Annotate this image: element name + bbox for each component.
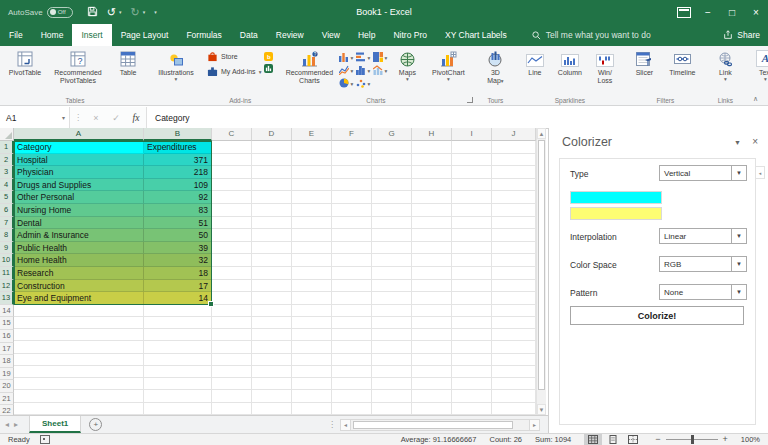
sheet-nav-right-icon[interactable]: ▸: [14, 420, 23, 429]
cell-H12[interactable]: [412, 280, 452, 293]
row-header-17[interactable]: 17: [0, 343, 14, 356]
cell-G5[interactable]: [372, 191, 412, 204]
row-header-12[interactable]: 12: [0, 280, 14, 293]
cell-H2[interactable]: [412, 154, 452, 167]
cell-B3[interactable]: 218: [144, 166, 212, 179]
row-header-1[interactable]: 1: [0, 141, 14, 154]
cell-A14[interactable]: [14, 305, 144, 317]
cell-B5[interactable]: 92: [144, 191, 212, 204]
cell-H15[interactable]: [412, 317, 452, 329]
cell-D17[interactable]: [252, 341, 292, 353]
cell-E8[interactable]: [292, 229, 332, 242]
cell-B15[interactable]: [144, 317, 212, 329]
row-header-19[interactable]: 19: [0, 368, 14, 381]
cell-D10[interactable]: [252, 254, 292, 267]
scroll-left-icon[interactable]: ◂: [340, 419, 351, 431]
cell-C3[interactable]: [212, 166, 252, 179]
cell-E4[interactable]: [292, 179, 332, 192]
cell-B10[interactable]: 32: [144, 254, 212, 267]
cell-E22[interactable]: [292, 403, 332, 415]
cell-D12[interactable]: [252, 280, 292, 293]
cell-B11[interactable]: 18: [144, 267, 212, 280]
pane-scroll-left-icon[interactable]: ◂: [755, 166, 765, 179]
cell-D16[interactable]: [252, 329, 292, 341]
cell-E7[interactable]: [292, 217, 332, 230]
formula-splitter[interactable]: ⋮: [70, 107, 86, 128]
cell-H17[interactable]: [412, 341, 452, 353]
slicer-button[interactable]: Slicer: [627, 48, 661, 78]
cell-A11[interactable]: Research: [14, 267, 144, 280]
cell-H8[interactable]: [412, 229, 452, 242]
cell-D2[interactable]: [252, 154, 292, 167]
column-header-I[interactable]: I: [452, 128, 492, 141]
cell-A17[interactable]: [14, 341, 144, 353]
cell-J9[interactable]: [492, 242, 536, 255]
cell-A22[interactable]: [14, 403, 144, 415]
cell-H22[interactable]: [412, 403, 452, 415]
zoom-level[interactable]: 100%: [741, 435, 760, 444]
cell-J5[interactable]: [492, 191, 536, 204]
cell-H18[interactable]: [412, 354, 452, 366]
cell-E9[interactable]: [292, 242, 332, 255]
cell-E1[interactable]: [292, 141, 332, 154]
cell-G3[interactable]: [372, 166, 412, 179]
cell-C7[interactable]: [212, 217, 252, 230]
undo-button[interactable]: ↺: [107, 7, 116, 18]
autosave-pill[interactable]: Off: [47, 7, 73, 18]
cell-I14[interactable]: [452, 305, 492, 317]
cell-F9[interactable]: [332, 242, 372, 255]
cell-I13[interactable]: [452, 292, 492, 305]
cell-G8[interactable]: [372, 229, 412, 242]
cell-A10[interactable]: Home Health: [14, 254, 144, 267]
cell-B9[interactable]: 39: [144, 242, 212, 255]
tab-view[interactable]: View: [313, 24, 349, 46]
cell-A6[interactable]: Nursing Home: [14, 204, 144, 217]
recommended-pivottables-button[interactable]: ? Recommended PivotTables: [45, 48, 111, 86]
vertical-scrollbar[interactable]: ▲ ▼: [536, 128, 546, 415]
cell-D1[interactable]: [252, 141, 292, 154]
sparkline-column-button[interactable]: Column: [551, 48, 588, 78]
cell-A13[interactable]: Eye and Equipment: [14, 292, 144, 305]
cell-H9[interactable]: [412, 242, 452, 255]
cell-E10[interactable]: [292, 254, 332, 267]
row-header-16[interactable]: 16: [0, 330, 14, 343]
cell-D9[interactable]: [252, 242, 292, 255]
cell-B14[interactable]: [144, 305, 212, 317]
row-header-22[interactable]: 22: [0, 405, 14, 415]
color-swatch-top[interactable]: [570, 191, 662, 204]
cell-E21[interactable]: [292, 390, 332, 402]
ribbon-display-options-icon[interactable]: [672, 0, 696, 24]
cell-D21[interactable]: [252, 390, 292, 402]
row-header-7[interactable]: 7: [0, 217, 14, 230]
cell-E2[interactable]: [292, 154, 332, 167]
cell-F8[interactable]: [332, 229, 372, 242]
undo-dropdown-icon[interactable]: ▾: [119, 9, 122, 15]
cell-C15[interactable]: [212, 317, 252, 329]
cell-H14[interactable]: [412, 305, 452, 317]
cell-A5[interactable]: Other Personal: [14, 191, 144, 204]
cell-C14[interactable]: [212, 305, 252, 317]
cell-D13[interactable]: [252, 292, 292, 305]
tab-nitro-pro[interactable]: Nitro Pro: [384, 24, 436, 46]
cell-G9[interactable]: [372, 242, 412, 255]
cell-I10[interactable]: [452, 254, 492, 267]
cell-F13[interactable]: [332, 292, 372, 305]
cell-J21[interactable]: [492, 390, 536, 402]
cell-C17[interactable]: [212, 341, 252, 353]
cell-C2[interactable]: [212, 154, 252, 167]
cell-C16[interactable]: [212, 329, 252, 341]
cell-J2[interactable]: [492, 154, 536, 167]
cell-C4[interactable]: [212, 179, 252, 192]
cell-I4[interactable]: [452, 179, 492, 192]
cell-I8[interactable]: [452, 229, 492, 242]
insert-bar-chart-button[interactable]: ▾: [356, 50, 373, 63]
cell-G7[interactable]: [372, 217, 412, 230]
minimize-button[interactable]: −: [696, 0, 720, 24]
column-header-H[interactable]: H: [412, 128, 452, 141]
zoom-slider-thumb[interactable]: [691, 435, 694, 444]
cell-G16[interactable]: [372, 329, 412, 341]
row-header-14[interactable]: 14: [0, 305, 14, 318]
insert-hierarchy-chart-button[interactable]: ▾: [373, 50, 390, 63]
cell-A12[interactable]: Construction: [14, 280, 144, 293]
cell-G19[interactable]: [372, 366, 412, 378]
